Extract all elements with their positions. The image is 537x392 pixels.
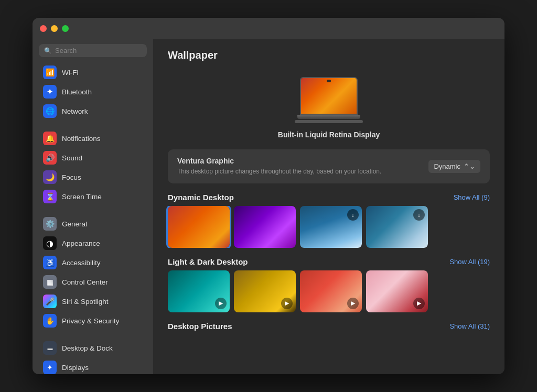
system-preferences-window: 🔍 📶 Wi-Fi ✦ Bluetooth 🌐 Network xyxy=(33,18,504,374)
main-content: Wallpaper Built-in Liquid Retina Display… xyxy=(153,39,504,374)
play-icon: ▶ xyxy=(281,298,293,309)
general-icon: ⚙️ xyxy=(43,217,57,231)
network-icon: 🌐 xyxy=(43,104,57,118)
desktop-pictures-show-all[interactable]: Show All (31) xyxy=(449,322,490,330)
controlcenter-icon: ▦ xyxy=(43,275,57,289)
display-section: Built-in Liquid Retina Display xyxy=(153,67,504,149)
desktop-pictures-title: Desktop Pictures xyxy=(168,322,232,331)
chevron-up-down-icon: ⌃⌄ xyxy=(464,162,475,170)
sidebar-group-system: ⚙️ General ◑ Appearance ♿ Accessibility … xyxy=(33,214,153,331)
sidebar-item-bluetooth[interactable]: ✦ Bluetooth xyxy=(37,82,149,101)
sidebar-item-label: Appearance xyxy=(62,239,100,247)
displays-icon: ✦ xyxy=(43,361,57,374)
screentime-icon: ⌛ xyxy=(43,190,57,203)
sidebar-item-wifi[interactable]: 📶 Wi-Fi xyxy=(37,63,149,82)
search-bar[interactable]: 🔍 xyxy=(39,44,147,57)
sidebar-group-alerts: 🔔 Notifications 🔊 Sound 🌙 Focus ⌛ Screen… xyxy=(33,128,153,206)
maximize-button[interactable] xyxy=(62,25,69,32)
sidebar: 🔍 📶 Wi-Fi ✦ Bluetooth 🌐 Network xyxy=(33,39,153,374)
sidebar-item-screentime[interactable]: ⌛ Screen Time xyxy=(37,187,149,206)
siri-icon: 🎤 xyxy=(43,295,57,308)
wallpaper-thumb-ld2[interactable]: ▶ xyxy=(234,270,296,312)
sidebar-item-sound[interactable]: 🔊 Sound xyxy=(37,148,149,167)
sidebar-item-notifications[interactable]: 🔔 Notifications xyxy=(37,129,149,148)
laptop-stand xyxy=(295,120,363,123)
wallpaper-info-box: Ventura Graphic This desktop picture cha… xyxy=(168,149,490,183)
dynamic-desktop-show-all[interactable]: Show All (9) xyxy=(454,193,490,201)
sidebar-item-focus[interactable]: 🌙 Focus xyxy=(37,168,149,187)
sidebar-item-label: Desktop & Dock xyxy=(62,344,113,352)
wallpaper-thumb-monterey[interactable] xyxy=(234,206,296,248)
wallpaper-thumb-bigsur[interactable]: ↓ xyxy=(366,206,428,248)
wallpaper-thumb-ld3[interactable]: ▶ xyxy=(300,270,362,312)
dynamic-desktop-grid: ↓ ↓ xyxy=(153,206,504,248)
sidebar-item-general[interactable]: ⚙️ General xyxy=(37,214,149,233)
accessibility-icon: ♿ xyxy=(43,256,57,269)
search-input[interactable] xyxy=(55,47,142,55)
display-label: Built-in Liquid Retina Display xyxy=(278,130,380,139)
sidebar-item-controlcenter[interactable]: ▦ Control Center xyxy=(37,273,149,291)
sidebar-item-siri[interactable]: 🎤 Siri & Spotlight xyxy=(37,292,149,311)
sidebar-item-label: Screen Time xyxy=(62,193,102,201)
sound-icon: 🔊 xyxy=(43,151,57,165)
notifications-icon: 🔔 xyxy=(43,132,57,145)
play-icon: ▶ xyxy=(413,298,425,309)
sidebar-group-desktop: ▬ Desktop & Dock ✦ Displays ❋ Wallpaper xyxy=(33,338,153,374)
sidebar-item-label: General xyxy=(62,220,87,228)
wallpaper-info-text: Ventura Graphic This desktop picture cha… xyxy=(177,157,381,176)
light-dark-desktop-title: Light & Dark Desktop xyxy=(168,257,248,266)
dynamic-mode-label: Dynamic xyxy=(434,162,460,170)
dynamic-desktop-header: Dynamic Desktop Show All (9) xyxy=(153,183,504,206)
sidebar-item-label: Accessibility xyxy=(62,259,101,267)
sidebar-item-desktopdock[interactable]: ▬ Desktop & Dock xyxy=(37,339,149,357)
play-icon: ▶ xyxy=(215,298,227,309)
search-icon: 🔍 xyxy=(44,47,52,55)
sidebar-item-label: Privacy & Security xyxy=(62,317,120,325)
download-icon: ↓ xyxy=(347,209,359,221)
sidebar-item-label: Bluetooth xyxy=(62,88,92,96)
laptop-screen xyxy=(300,77,358,115)
privacy-icon: ✋ xyxy=(43,314,57,328)
light-dark-desktop-show-all[interactable]: Show All (19) xyxy=(449,258,490,266)
sidebar-item-label: Control Center xyxy=(62,278,108,286)
download-icon: ↓ xyxy=(413,209,425,221)
sidebar-item-label: Focus xyxy=(62,173,81,181)
minimize-button[interactable] xyxy=(51,25,58,32)
sidebar-item-label: Notifications xyxy=(62,135,101,143)
titlebar xyxy=(33,18,504,39)
light-dark-desktop-header: Light & Dark Desktop Show All (19) xyxy=(153,248,504,270)
laptop-preview xyxy=(295,77,363,124)
wifi-icon: 📶 xyxy=(43,66,57,79)
sidebar-item-network[interactable]: 🌐 Network xyxy=(37,102,149,121)
light-dark-desktop-grid: ▶ ▶ ▶ ▶ xyxy=(153,270,504,312)
sidebar-item-label: Siri & Spotlight xyxy=(62,298,109,306)
laptop-base xyxy=(297,115,360,119)
play-icon: ▶ xyxy=(347,298,359,309)
page-title: Wallpaper xyxy=(153,39,504,67)
wallpaper-thumb-ld4[interactable]: ▶ xyxy=(366,270,428,312)
wallpaper-thumb-ld1[interactable]: ▶ xyxy=(168,270,230,312)
sidebar-group-network: 📶 Wi-Fi ✦ Bluetooth 🌐 Network xyxy=(33,62,153,121)
sidebar-item-label: Network xyxy=(62,107,88,115)
dynamic-desktop-title: Dynamic Desktop xyxy=(168,193,234,202)
bluetooth-icon: ✦ xyxy=(43,85,57,99)
dynamic-mode-select[interactable]: Dynamic ⌃⌄ xyxy=(428,160,480,173)
sidebar-item-label: Wi-Fi xyxy=(62,69,78,77)
sidebar-item-appearance[interactable]: ◑ Appearance xyxy=(37,234,149,253)
sidebar-item-privacy[interactable]: ✋ Privacy & Security xyxy=(37,311,149,330)
close-button[interactable] xyxy=(40,25,47,32)
sidebar-item-label: Displays xyxy=(62,364,89,372)
desktopdock-icon: ▬ xyxy=(43,341,57,355)
sidebar-item-accessibility[interactable]: ♿ Accessibility xyxy=(37,253,149,272)
desktop-pictures-header: Desktop Pictures Show All (31) xyxy=(153,312,504,335)
screen-wallpaper xyxy=(301,78,357,114)
appearance-icon: ◑ xyxy=(43,236,57,250)
sidebar-item-label: Sound xyxy=(62,154,82,162)
wallpaper-name: Ventura Graphic xyxy=(177,157,381,165)
wallpaper-description: This desktop picture changes throughout … xyxy=(177,167,381,176)
content-area: 🔍 📶 Wi-Fi ✦ Bluetooth 🌐 Network xyxy=(33,39,504,374)
sidebar-item-displays[interactable]: ✦ Displays xyxy=(37,358,149,374)
wallpaper-thumb-catalina[interactable]: ↓ xyxy=(300,206,362,248)
wallpaper-thumb-ventura[interactable] xyxy=(168,206,230,248)
focus-icon: 🌙 xyxy=(43,170,57,184)
